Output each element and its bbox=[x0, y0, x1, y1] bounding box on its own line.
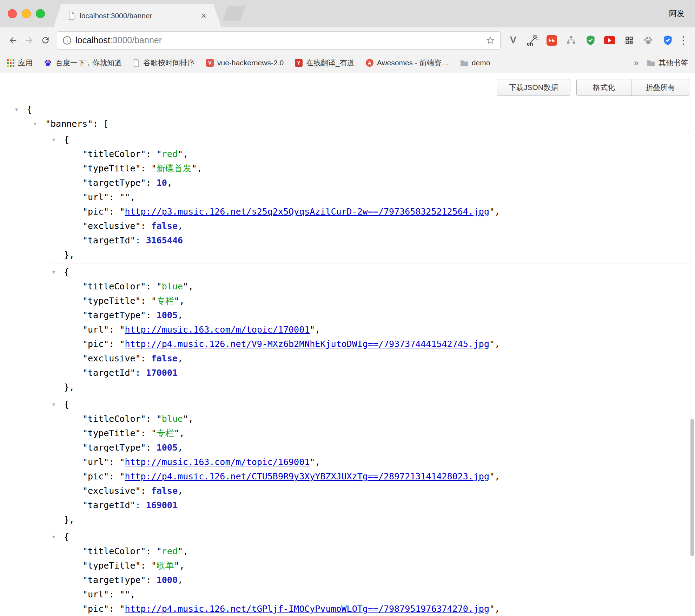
url-host: localhost bbox=[75, 35, 110, 45]
bookmark-label: 谷歌按时间排序 bbox=[143, 58, 195, 68]
new-tab-button[interactable] bbox=[223, 6, 246, 21]
zoom-window-button[interactable] bbox=[36, 9, 45, 18]
reload-button[interactable] bbox=[37, 32, 53, 48]
json-link[interactable]: http://p4.music.126.net/tGPljf-IMOCyPvum… bbox=[125, 604, 489, 614]
blue-shield-icon[interactable] bbox=[660, 33, 675, 48]
json-line: }, bbox=[51, 248, 689, 262]
bookmark-item[interactable]: demo bbox=[460, 59, 490, 67]
other-bookmarks-folder[interactable]: 其他书签 bbox=[647, 58, 688, 68]
tab-close-icon[interactable]: × bbox=[201, 11, 206, 21]
json-line: ▼{ bbox=[51, 265, 689, 279]
bookmarks-overflow-button[interactable]: » bbox=[634, 58, 638, 68]
green-shield-icon[interactable] bbox=[583, 33, 598, 48]
bookmarks-bar: 应用百度一下，你就知道谷歌按时间排序Vvue-hackernews-2.0Y在线… bbox=[0, 53, 695, 73]
json-line: "titleColor": "blue", bbox=[51, 412, 689, 426]
json-line: "url": "", bbox=[51, 190, 689, 204]
collapse-toggle-icon[interactable]: ▼ bbox=[15, 102, 18, 117]
collapse-toggle-icon[interactable]: ▼ bbox=[52, 530, 55, 544]
collapse-toggle-icon[interactable]: ▼ bbox=[34, 117, 37, 131]
json-line: "pic": "http://p4.music.126.net/CTU5B9R9… bbox=[51, 469, 689, 484]
fe-icon[interactable]: FE bbox=[544, 33, 560, 48]
info-icon[interactable] bbox=[62, 36, 72, 45]
browser-menu-button[interactable]: ⋮ bbox=[677, 34, 690, 46]
minimize-window-button[interactable] bbox=[22, 9, 31, 18]
profile-name: 阿发 bbox=[669, 8, 684, 19]
json-line: "exclusive": false, bbox=[51, 351, 689, 366]
bookmark-item[interactable]: Vvue-hackernews-2.0 bbox=[206, 59, 284, 67]
json-line: "targetType": 1005, bbox=[51, 308, 689, 322]
browser-toolbar: localhost:3000/banner V英enFE ⋮ bbox=[0, 27, 695, 53]
paw-icon[interactable] bbox=[641, 33, 656, 48]
json-line: "titleColor": "red", bbox=[51, 544, 689, 558]
json-line: "targetType": 1005, bbox=[51, 440, 689, 455]
download-json-button[interactable]: 下载JSON数据 bbox=[497, 79, 570, 96]
json-tool-actions: 下载JSON数据 格式化 折叠所有 bbox=[0, 73, 695, 96]
json-line: ▼{ bbox=[51, 132, 689, 147]
browser-tab[interactable]: localhost:3000/banner × bbox=[53, 4, 221, 27]
json-line: "url": "http://music.163.com/m/topic/170… bbox=[51, 322, 689, 337]
org-chart-icon[interactable] bbox=[563, 33, 579, 48]
youtube-icon[interactable] bbox=[602, 33, 617, 48]
translate-pen-icon[interactable]: 英en bbox=[525, 33, 540, 48]
json-link[interactable]: http://p4.music.126.net/V9-MXz6b2MNhEKju… bbox=[125, 339, 489, 349]
format-button-group: 格式化 折叠所有 bbox=[576, 79, 689, 96]
json-line: "pic": "http://p4.music.126.net/tGPljf-I… bbox=[51, 602, 689, 616]
json-array-item-box: ▼{"titleColor": "red","typeTitle": "歌单",… bbox=[51, 528, 689, 616]
close-window-button[interactable] bbox=[8, 9, 17, 18]
json-array-item-box: ▼{"titleColor": "blue","typeTitle": "专栏"… bbox=[51, 263, 689, 396]
bookmarks-list: 应用百度一下，你就知道谷歌按时间排序Vvue-hackernews-2.0Y在线… bbox=[7, 58, 490, 68]
baidu-paw-icon bbox=[44, 59, 52, 67]
json-line: ▼"banners": [ bbox=[0, 117, 695, 131]
json-link[interactable]: http://music.163.com/m/topic/169001 bbox=[125, 457, 310, 467]
extensions-area: V英enFE bbox=[505, 33, 675, 48]
url-path: :3000/banner bbox=[110, 35, 162, 45]
json-line: "targetId": 170001 bbox=[51, 366, 689, 380]
awesomes-a-icon: A bbox=[366, 59, 373, 67]
collapse-all-button[interactable]: 折叠所有 bbox=[631, 79, 689, 96]
json-line: "targetType": 1000, bbox=[51, 573, 689, 587]
json-line: ▼{ bbox=[0, 102, 695, 117]
json-array-item-box: ▼{"titleColor": "red","typeTitle": "新碟首发… bbox=[51, 131, 689, 263]
bookmark-item[interactable]: 应用 bbox=[7, 58, 33, 68]
bookmark-label: 在线翻译_有道 bbox=[306, 58, 355, 68]
bookmark-star-icon[interactable] bbox=[486, 36, 495, 45]
bookmark-label: vue-hackernews-2.0 bbox=[217, 59, 284, 67]
json-link[interactable]: http://music.163.com/m/topic/170001 bbox=[125, 325, 310, 335]
qr-code-icon[interactable] bbox=[621, 33, 637, 48]
bookmark-item[interactable]: 百度一下，你就知道 bbox=[44, 58, 122, 68]
json-line: "pic": "http://p4.music.126.net/V9-MXz6b… bbox=[51, 337, 689, 351]
window-controls bbox=[8, 9, 45, 18]
bookmark-label: Awesomes - 前端资… bbox=[377, 58, 449, 68]
bookmark-item[interactable]: Y在线翻译_有道 bbox=[295, 58, 355, 68]
scrollbar-thumb[interactable] bbox=[690, 419, 694, 556]
vimium-icon[interactable]: V bbox=[505, 33, 521, 48]
json-line: "url": "http://music.163.com/m/topic/169… bbox=[51, 455, 689, 469]
bookmark-label: demo bbox=[472, 59, 490, 67]
json-line: "exclusive": false, bbox=[51, 484, 689, 498]
folder-icon bbox=[647, 60, 655, 66]
url-text: localhost:3000/banner bbox=[75, 35, 162, 45]
address-bar[interactable]: localhost:3000/banner bbox=[57, 31, 501, 50]
bookmark-item[interactable]: AAwesomes - 前端资… bbox=[366, 58, 449, 68]
json-line: "targetId": 169001 bbox=[51, 498, 689, 512]
bookmarks-right: » 其他书签 bbox=[634, 58, 688, 68]
back-button[interactable] bbox=[5, 32, 21, 48]
json-line: "pic": "http://p3.music.126.net/s25q2x5Q… bbox=[51, 204, 689, 219]
json-line: "typeTitle": "歌单", bbox=[51, 558, 689, 573]
format-button[interactable]: 格式化 bbox=[576, 79, 631, 96]
json-viewer: ▼{▼"banners": [▼{"titleColor": "red","ty… bbox=[0, 102, 695, 616]
json-link[interactable]: http://p4.music.126.net/CTU5B9R9y3XyYBZX… bbox=[125, 471, 489, 481]
page-icon bbox=[68, 12, 75, 20]
forward-button[interactable] bbox=[21, 32, 37, 48]
collapse-toggle-icon[interactable]: ▼ bbox=[52, 397, 55, 412]
json-line: "exclusive": false, bbox=[51, 219, 689, 233]
json-line: }, bbox=[51, 512, 689, 527]
tab-title: localhost:3000/banner bbox=[80, 12, 196, 20]
collapse-toggle-icon[interactable]: ▼ bbox=[52, 132, 55, 147]
json-line: "typeTitle": "专栏", bbox=[51, 426, 689, 440]
tab-strip: localhost:3000/banner × 阿发 bbox=[0, 0, 695, 27]
bookmark-item[interactable]: 谷歌按时间排序 bbox=[133, 58, 195, 68]
json-link[interactable]: http://p3.music.126.net/s25q2x5QyqsAzilC… bbox=[125, 207, 489, 217]
collapse-toggle-icon[interactable]: ▼ bbox=[52, 265, 55, 279]
json-line: "titleColor": "red", bbox=[51, 147, 689, 161]
